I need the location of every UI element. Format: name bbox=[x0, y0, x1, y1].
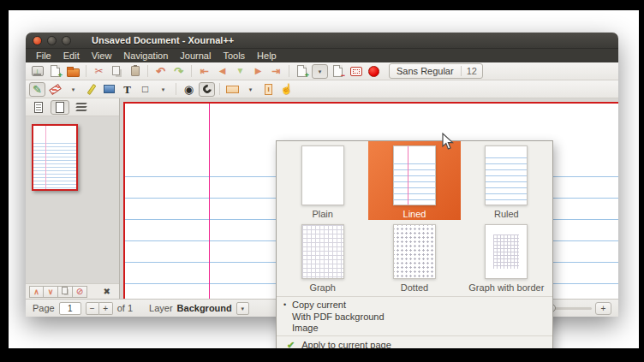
template-dotted[interactable]: Dotted bbox=[368, 220, 460, 294]
maximize-button[interactable] bbox=[62, 36, 71, 45]
font-button[interactable]: Sans Regular 12 bbox=[389, 63, 483, 79]
layer-dropdown-button[interactable]: ▾ bbox=[236, 302, 249, 315]
letterbox-bottom bbox=[0, 348, 644, 362]
menu-item-image[interactable]: Image bbox=[277, 322, 552, 333]
image-tool-button[interactable] bbox=[101, 82, 117, 97]
titlebar[interactable]: Unsaved Document - Xournal++ bbox=[26, 33, 618, 49]
redo-button[interactable]: ↷ bbox=[170, 64, 187, 79]
tab-contents[interactable] bbox=[29, 100, 48, 115]
eraser-options-button[interactable]: ▾ bbox=[65, 82, 81, 97]
graph-preview bbox=[301, 224, 344, 279]
zoom-in-button[interactable]: + bbox=[595, 302, 611, 315]
new-document-button[interactable]: + bbox=[47, 64, 63, 79]
delete-page-sidebar-button[interactable]: ⊘ bbox=[73, 286, 87, 298]
menu-tools[interactable]: Tools bbox=[218, 49, 250, 62]
font-size[interactable]: 12 bbox=[462, 66, 482, 76]
vertical-space-button[interactable]: I bbox=[260, 82, 277, 97]
close-sidebar-button[interactable]: ✖ bbox=[104, 287, 110, 296]
menu-item-copy-current[interactable]: • Copy current bbox=[277, 300, 552, 311]
text-tool-button[interactable]: T bbox=[119, 82, 135, 97]
xournalpp-window: Unsaved Document - Xournal++ File Edit V… bbox=[26, 33, 618, 317]
copy-page-button[interactable] bbox=[58, 286, 73, 298]
copy-button[interactable] bbox=[109, 64, 125, 79]
next-layer-button[interactable]: ▼ bbox=[232, 64, 248, 79]
presentation-button[interactable] bbox=[348, 64, 364, 79]
menu-separator bbox=[277, 296, 552, 297]
layer-value: Background bbox=[177, 303, 232, 313]
redo-icon: ↷ bbox=[174, 66, 183, 77]
template-ruled[interactable]: Ruled bbox=[461, 141, 552, 220]
delete-page-button[interactable]: − bbox=[330, 64, 346, 79]
close-button[interactable] bbox=[33, 36, 42, 45]
hand-icon: ☝ bbox=[280, 84, 293, 94]
pen-tool-button[interactable]: ✎ bbox=[29, 82, 45, 97]
paste-icon bbox=[131, 66, 140, 76]
highlighter-tool-button[interactable] bbox=[83, 82, 99, 97]
insert-page-icon: + bbox=[297, 65, 307, 77]
page-number-input[interactable] bbox=[59, 302, 81, 315]
template-plain[interactable]: Plain bbox=[277, 141, 368, 220]
shape-tool-button[interactable]: □ bbox=[137, 82, 153, 97]
menubar: File Edit View Navigation Journal Tools … bbox=[26, 49, 618, 62]
page-increment-button[interactable]: + bbox=[99, 302, 113, 315]
paste-button[interactable] bbox=[127, 64, 143, 79]
page-thumbnail[interactable] bbox=[32, 124, 78, 191]
tab-page-preview[interactable] bbox=[51, 100, 69, 115]
next-page-button[interactable]: ▶ bbox=[250, 64, 266, 79]
shape-recognizer-icon: ◉ bbox=[184, 84, 194, 95]
template-lined[interactable]: Lined bbox=[368, 141, 460, 220]
eraser-tool-button[interactable] bbox=[47, 82, 63, 97]
menu-journal[interactable]: Journal bbox=[175, 49, 216, 62]
menu-navigation[interactable]: Navigation bbox=[118, 49, 173, 62]
cut-button[interactable]: ✂ bbox=[91, 64, 107, 79]
last-page-button[interactable]: ⇥ bbox=[268, 64, 284, 79]
image-icon bbox=[104, 85, 115, 93]
page-decrement-button[interactable]: − bbox=[86, 302, 99, 315]
new-document-icon: + bbox=[51, 65, 60, 77]
insert-page-button[interactable]: + bbox=[294, 64, 310, 79]
thumbnail-margin-line bbox=[45, 126, 46, 189]
layer-label: Layer bbox=[149, 303, 173, 313]
graph-with-border-preview bbox=[485, 224, 528, 279]
magnet-icon bbox=[201, 83, 213, 95]
main-toolbar: ↓ + ✂ ↶ ↷ ⇤ ◀ ▼ bbox=[26, 62, 618, 80]
menu-file[interactable]: File bbox=[31, 49, 57, 62]
presentation-icon bbox=[350, 67, 362, 76]
page-template-dropdown-button[interactable]: ▾ bbox=[312, 64, 328, 79]
open-button[interactable] bbox=[65, 64, 81, 79]
previous-page-button[interactable]: ◀ bbox=[214, 64, 230, 79]
undo-button[interactable]: ↶ bbox=[152, 64, 169, 79]
letterbox-top bbox=[0, 0, 644, 10]
shape-recognizer-button[interactable]: ◉ bbox=[181, 82, 197, 97]
minimize-button[interactable] bbox=[47, 36, 57, 45]
move-page-down-button[interactable]: ∨ bbox=[44, 286, 58, 298]
first-page-icon: ⇤ bbox=[200, 66, 208, 76]
font-name[interactable]: Sans Regular bbox=[390, 66, 462, 76]
last-page-icon: ⇥ bbox=[271, 66, 280, 76]
select-rectangle-button[interactable] bbox=[224, 82, 241, 97]
first-page-button[interactable]: ⇤ bbox=[196, 64, 212, 79]
chevron-down-icon: ▾ bbox=[72, 86, 75, 92]
letterbox-left bbox=[0, 0, 9, 362]
delete-page-icon: − bbox=[333, 65, 343, 77]
tab-layers[interactable] bbox=[72, 100, 91, 115]
save-icon: ↓ bbox=[32, 66, 44, 76]
eraser-icon bbox=[49, 83, 62, 94]
shape-options-button[interactable]: ▾ bbox=[155, 82, 171, 97]
sidebar-tabs bbox=[26, 98, 119, 116]
template-graph-with-border[interactable]: Graph with border bbox=[461, 220, 552, 294]
menu-item-with-pdf-background[interactable]: With PDF background bbox=[277, 311, 552, 322]
menu-view[interactable]: View bbox=[86, 49, 117, 62]
menu-help[interactable]: Help bbox=[252, 49, 282, 62]
text-icon: T bbox=[123, 84, 131, 95]
snapping-button[interactable] bbox=[199, 82, 215, 97]
template-graph[interactable]: Graph bbox=[277, 220, 368, 294]
menu-edit[interactable]: Edit bbox=[58, 49, 85, 62]
menu-separator bbox=[277, 335, 552, 336]
hand-tool-button[interactable]: ☝ bbox=[278, 82, 295, 97]
select-options-button[interactable]: ▾ bbox=[242, 82, 259, 97]
move-page-up-button[interactable]: ∧ bbox=[29, 286, 44, 298]
record-button[interactable] bbox=[366, 64, 382, 79]
save-button[interactable]: ↓ bbox=[29, 64, 45, 79]
dropdown-arrow-icon: ▾ bbox=[319, 68, 322, 74]
